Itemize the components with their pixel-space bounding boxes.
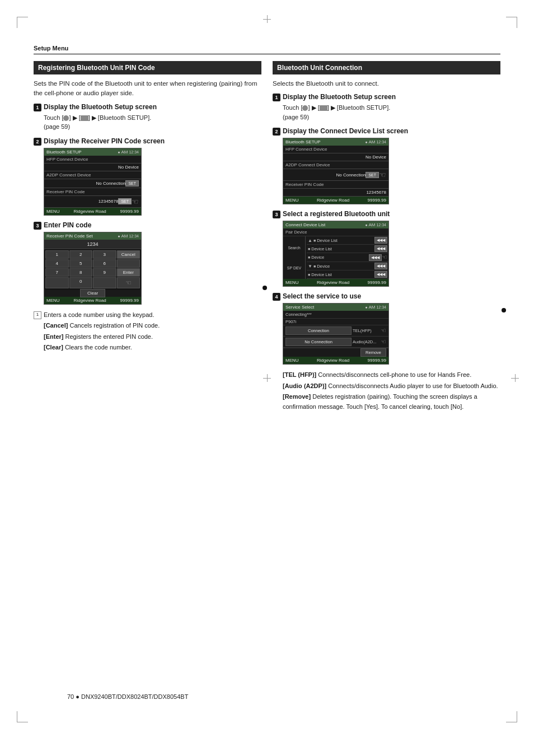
note-tel-text: Connects/disconnects cell-phone to use f… <box>318 371 471 378</box>
service-select-screen: Service Select ●AM12:34 Connecting*** P9… <box>283 303 389 365</box>
right-step-4: 4 Select the service to use Service Sele… <box>273 292 500 365</box>
bt-screen-r-status: ●AM12:34 <box>365 139 386 144</box>
status-icons: ●AM12:34 <box>118 150 139 155</box>
cancel-key[interactable]: Cancel <box>117 250 140 259</box>
cdl-mileage: 99999.99 <box>368 280 386 285</box>
right-step-num-3: 3 <box>273 211 280 218</box>
device-btn-5[interactable]: ◀◀◀ <box>374 271 387 278</box>
section-header: Setup Menu <box>34 45 500 54</box>
right-step-1-body: Touch [] ▶ [] ▶ [Bluetooth SETUP].(page … <box>273 103 500 122</box>
key-5[interactable]: 5 <box>69 259 93 268</box>
device-row-5: ■ Device List ◀◀◀ <box>307 270 388 279</box>
pin-screen-title-text: Receiver PIN Code Set <box>46 234 93 239</box>
note-cancel-key: [Cancel] <box>44 322 68 329</box>
hand-cursor-4: ☜ <box>381 327 386 334</box>
search-label[interactable]: Search <box>284 245 304 251</box>
key-8[interactable]: 8 <box>69 268 93 277</box>
corner-mark-tl <box>17 17 28 28</box>
bullet-right <box>502 308 506 312</box>
note-remove-key: [Remove] <box>283 393 311 400</box>
device-row-4: ▼ ■ Device ◀◀◀ <box>307 262 388 270</box>
pin-value-row: 12345678 SET ☜ <box>44 196 141 208</box>
key-3[interactable]: 3 <box>93 250 116 259</box>
note-tel-hfp: [TEL (HFP)] Connects/disconnects cell-ph… <box>273 370 500 380</box>
r-set-btn-a2dp[interactable]: SET <box>366 172 379 178</box>
key-2[interactable]: 2 <box>69 250 93 259</box>
device-btn-1[interactable]: ◀◀◀ <box>374 237 387 244</box>
right-step-2: 2 Display the Connect Device List screen… <box>273 127 500 204</box>
left-notes: 1 Enters a code number using the keypad.… <box>34 310 261 353</box>
cdl-road: Ridgeview Road <box>317 280 349 285</box>
svc-title-bar: Service Select ●AM12:34 <box>283 304 388 311</box>
pin-mileage-label: 99999.99 <box>120 298 139 303</box>
key-6[interactable]: 6 <box>93 259 116 268</box>
road-label: Ridgeview Road <box>73 209 106 214</box>
key-empty-1 <box>117 259 140 268</box>
note-clear: [Clear] Clears the code number. <box>34 343 261 353</box>
no-connection-button[interactable]: No Connection <box>285 338 352 346</box>
device-btn-4[interactable]: ◀◀◀ <box>374 263 387 269</box>
r-pin-value-row: 12345678 <box>283 189 388 197</box>
pin-input-display: 1234 <box>44 240 141 249</box>
menu-label: MENU <box>46 209 60 214</box>
device-row-2: ■ Device List ◀◀◀ <box>307 245 388 253</box>
key-empty-4: ☜ <box>117 277 140 288</box>
bt-screen-r-title: Bluetooth SETUP <box>285 139 321 144</box>
svc-screen-bottom: MENU Ridgeview Road 99999.99 <box>283 357 388 364</box>
r-menu-label: MENU <box>285 198 299 203</box>
a2dp-row: A2DP Connect Device <box>44 171 141 179</box>
hand-cursor-2: ☜ <box>125 279 132 287</box>
note-enter: [Enter] Registers the entered PIN code. <box>34 332 261 342</box>
note-audio-a2dp: [Audio (A2DP)] Connects/disconnects Audi… <box>273 381 500 391</box>
key-9[interactable]: 9 <box>93 268 116 277</box>
audio-a2dp-label: Audio(A2D... <box>353 339 381 344</box>
clear-button[interactable]: Clear <box>80 289 105 297</box>
note-text-1: Enters a code number using the keypad. <box>44 310 154 320</box>
device-btn-3[interactable]: ◀◀◀ <box>369 254 382 261</box>
note-tel-key: [TEL (HFP)] <box>283 371 316 378</box>
hand-cursor-r: ☜ <box>379 170 386 179</box>
right-notes: [TEL (HFP)] Connects/disconnects cell-ph… <box>273 370 500 412</box>
a2dp-value-row: No Connection SET <box>44 179 141 188</box>
corner-mark-br <box>506 711 517 722</box>
note-enter-key: [Enter] <box>44 333 63 340</box>
svc-connecting-label: Connecting*** <box>283 311 388 319</box>
r-bt-screen-bottom: MENU Ridgeview Road 99999.99 <box>283 197 388 204</box>
pin-menu-label: MENU <box>46 298 60 303</box>
cdl-title: Connect Device List <box>285 222 325 227</box>
device-row-3: ■ Device ◀◀◀ ☜ <box>307 253 388 262</box>
left-step-1: 1 Display the Bluetooth Setup screen Tou… <box>34 103 261 132</box>
svc-title: Service Select <box>285 305 314 310</box>
remove-button[interactable]: Remove <box>360 348 386 357</box>
key-1[interactable]: 1 <box>45 250 69 259</box>
right-step-num-4: 4 <box>273 293 280 301</box>
bullet-left <box>263 286 267 290</box>
cross-mark-top <box>263 15 271 23</box>
right-section-desc: Selects the Bluetooth unit to connect. <box>273 79 500 88</box>
pair-device-label: Pair Device <box>283 228 388 236</box>
left-step-3-title: Enter PIN code <box>44 221 91 229</box>
key-7[interactable]: 7 <box>45 268 69 277</box>
bt-screen-bottom: MENU Ridgeview Road 99999.99 <box>44 208 141 215</box>
cdl-title-bar: Connect Device List ●AM12:34 <box>283 221 388 228</box>
device-btn-2[interactable]: ◀◀◀ <box>374 245 387 252</box>
key-0[interactable]: 0 <box>69 277 93 288</box>
right-step-3-title: Select a registered Bluetooth unit <box>283 210 390 218</box>
set-btn-pin[interactable]: SET <box>118 198 132 204</box>
key-4[interactable]: 4 <box>45 259 69 268</box>
left-step-1-title: Display the Bluetooth Setup screen <box>44 103 157 111</box>
connection-button[interactable]: Connection <box>285 326 352 335</box>
set-btn-a2dp[interactable]: SET <box>125 180 139 186</box>
r-mileage-label: 99999.99 <box>368 198 386 203</box>
pin-code-screen: Receiver PIN Code Set ●AM12:34 1234 1 2 … <box>44 232 142 305</box>
hfp-value-row: No Device <box>44 164 141 171</box>
sp-dev-label[interactable]: SP DEV <box>284 265 304 271</box>
note-enter-text: Registers the entered PIN code. <box>65 333 153 340</box>
cross-mark-right <box>511 374 519 382</box>
note-remove-text: Deletes registration (pairing). Touching… <box>283 393 477 410</box>
enter-key[interactable]: Enter <box>117 268 140 277</box>
left-step-3: 3 Enter PIN code Receiver PIN Code Set ●… <box>34 221 261 305</box>
r-road-label: Ridgeview Road <box>317 198 349 203</box>
r-a2dp-value-row: No Connection SET ☜ <box>283 169 388 181</box>
pin-screen-title-bar: Receiver PIN Code Set ●AM12:34 <box>44 232 141 240</box>
